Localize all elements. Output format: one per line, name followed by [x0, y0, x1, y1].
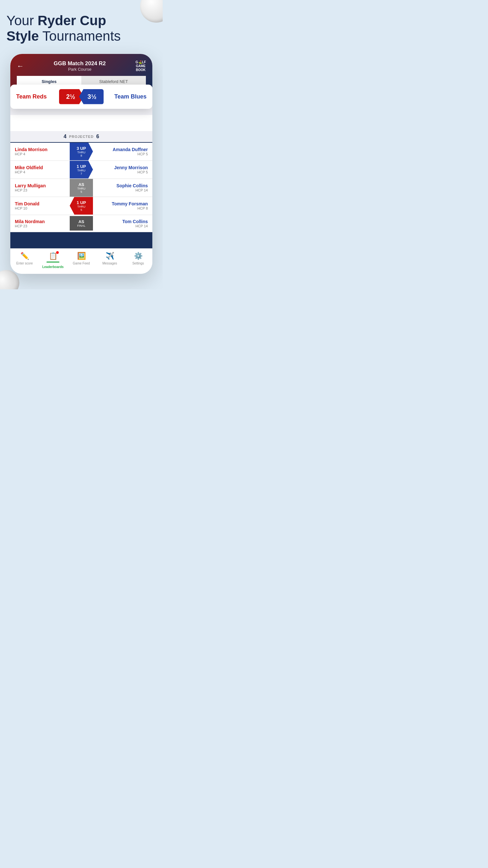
badge-hole-2: 5 [80, 190, 82, 193]
logo-line1: G⛳LF [135, 60, 146, 64]
right-hcp-1: HCP 5 [97, 170, 148, 174]
pencil-icon: ✏️ [20, 252, 29, 260]
nav-game-feed[interactable]: 🖼️ Game Feed [67, 252, 96, 269]
right-name-3: Tommy Forsman [97, 201, 148, 206]
match-info: GGB Match 2024 R2 Park Course [54, 60, 106, 72]
red-score-value: 2½ [66, 93, 75, 100]
headline-normal1: Your [6, 13, 38, 28]
nav-game-feed-label: Game Feed [73, 261, 90, 265]
badge-score-2: AS [78, 182, 84, 187]
header-top-row: ← GGB Match 2024 R2 Park Course G⛳LF GAM… [17, 60, 146, 72]
left-hcp-1: HCP 4 [15, 170, 65, 174]
nav-enter-score[interactable]: ✏️ Enter score [10, 252, 39, 269]
right-name-0: Amanda Duffner [97, 147, 148, 152]
badge-score-0: 3 UP [77, 146, 86, 151]
player-left-0: Linda Morrison HCP 4 [10, 143, 70, 160]
match-badge-4: AS FINAL [70, 216, 93, 230]
page-wrapper: Your Ryder Cup Style Tournaments ← GGB M… [0, 0, 163, 283]
player-right-4: Tom Collins HCP 14 [93, 215, 152, 232]
score-banner: Team Reds 2½ 3½ Team Blues [10, 85, 152, 109]
nav-messages-label: Messages [102, 261, 117, 265]
badge-thru-0: THRU [77, 151, 86, 154]
page-headline: Your Ryder Cup Style Tournaments [6, 13, 156, 44]
player-left-2: Larry Mulligan HCP 23 [10, 179, 70, 196]
right-name-2: Sophie Collins [97, 183, 148, 188]
match-badge-1: 1 UP THRU 7 [70, 161, 93, 179]
badge-score-4: AS [78, 219, 84, 224]
nav-bar: ✏️ Enter score 📋 Leaderboards 🖼️ Game Fe… [10, 248, 152, 274]
blue-score-value: 3½ [88, 93, 97, 100]
left-hcp-4: HCP 23 [15, 224, 65, 228]
badge-score-3: 1 UP [77, 200, 86, 205]
left-name-4: Mila Nordman [15, 219, 65, 224]
right-hcp-0: HCP 5 [97, 152, 148, 156]
nav-leaderboards[interactable]: 📋 Leaderboards [39, 252, 67, 269]
badge-thru-2: THRU [77, 187, 86, 190]
leaderboards-badge [56, 251, 59, 254]
match-title: GGB Match 2024 R2 [54, 60, 106, 67]
nav-settings[interactable]: ⚙️ Settings [124, 252, 152, 269]
left-name-1: Mike Oldfield [15, 165, 65, 170]
match-badge-0: 3 UP THRU 8 [70, 143, 93, 160]
left-hcp-3: HCP 10 [15, 206, 65, 210]
right-name-4: Tom Collins [97, 219, 148, 224]
proj-blue-num: 6 [96, 134, 99, 140]
right-hcp-4: HCP 14 [97, 224, 148, 228]
headline-normal2: Tournaments [42, 28, 121, 43]
match-list: Linda Morrison HCP 4 3 UP THRU 8 Amanda … [10, 142, 152, 232]
phone-header: ← GGB Match 2024 R2 Park Course G⛳LF GAM… [10, 54, 152, 87]
match-badge-2: AS THRU 5 [70, 179, 93, 197]
player-right-3: Tommy Forsman HCP 8 [93, 197, 152, 214]
headline-bold2: Style [6, 28, 39, 43]
logo-line2: GAME [135, 64, 146, 68]
proj-label: PROJECTED [69, 135, 94, 138]
badge-thru-1: THRU [77, 169, 86, 172]
left-name-0: Linda Morrison [15, 147, 65, 152]
match-row: Tim Donald HCP 10 1 UP THRU 5 Tommy Fors… [10, 197, 152, 215]
team-blue-label: Team Blues [106, 93, 147, 100]
course-name: Park Course [54, 67, 106, 72]
match-row: Larry Mulligan HCP 23 AS THRU 5 Sophie C… [10, 179, 152, 197]
badge-hole-1: 7 [80, 172, 82, 175]
back-button[interactable]: ← [17, 62, 24, 70]
player-right-1: Jenny Morrison HCP 5 [93, 161, 152, 178]
player-left-3: Tim Donald HCP 10 [10, 197, 70, 214]
score-section: Team Reds 2½ 3½ Team Blues [10, 87, 152, 115]
right-name-1: Jenny Morrison [97, 165, 148, 170]
badge-hole-3: 5 [80, 208, 82, 212]
match-row: Mike Oldfield HCP 4 1 UP THRU 7 Jenny Mo… [10, 161, 152, 179]
leaderboards-icon-wrapper: 📋 [49, 252, 58, 260]
active-underline [46, 261, 59, 262]
badge-thru-3: THRU [77, 205, 86, 208]
player-left-1: Mike Oldfield HCP 4 [10, 161, 70, 178]
match-row: Mila Nordman HCP 23 AS FINAL Tom Collins… [10, 215, 152, 232]
nav-messages[interactable]: ✈️ Messages [96, 252, 124, 269]
player-right-2: Sophie Collins HCP 14 [93, 179, 152, 196]
dark-footer [10, 232, 152, 248]
score-badges-container: 2½ 3½ [59, 89, 104, 104]
match-badge-3: 1 UP THRU 5 [70, 197, 93, 215]
nav-leaderboards-label: Leaderboards [42, 265, 64, 269]
settings-icon: ⚙️ [134, 252, 143, 260]
projected-row: 4 PROJECTED 6 [10, 131, 152, 142]
game-feed-icon: 🖼️ [77, 252, 86, 260]
phone-mockup: ← GGB Match 2024 R2 Park Course G⛳LF GAM… [10, 54, 152, 274]
headline-bold1: Ryder Cup [38, 13, 106, 28]
left-hcp-2: HCP 23 [15, 188, 65, 192]
team-red-label: Team Reds [16, 93, 57, 100]
nav-settings-label: Settings [132, 261, 144, 265]
badge-score-1: 1 UP [77, 164, 86, 169]
nav-enter-score-label: Enter score [16, 261, 33, 265]
left-hcp-0: HCP 4 [15, 152, 65, 156]
left-name-3: Tim Donald [15, 201, 65, 206]
left-name-2: Larry Mulligan [15, 183, 65, 188]
logo-line3: BOOK [135, 68, 146, 72]
badge-hole-0: 8 [80, 154, 82, 157]
player-left-4: Mila Nordman HCP 23 [10, 215, 70, 232]
right-hcp-3: HCP 8 [97, 206, 148, 210]
proj-red-num: 4 [64, 134, 66, 140]
match-row: Linda Morrison HCP 4 3 UP THRU 8 Amanda … [10, 143, 152, 161]
blue-score-badge: 3½ [79, 89, 104, 104]
player-right-0: Amanda Duffner HCP 5 [93, 143, 152, 160]
app-logo: G⛳LF GAME BOOK [135, 60, 146, 72]
